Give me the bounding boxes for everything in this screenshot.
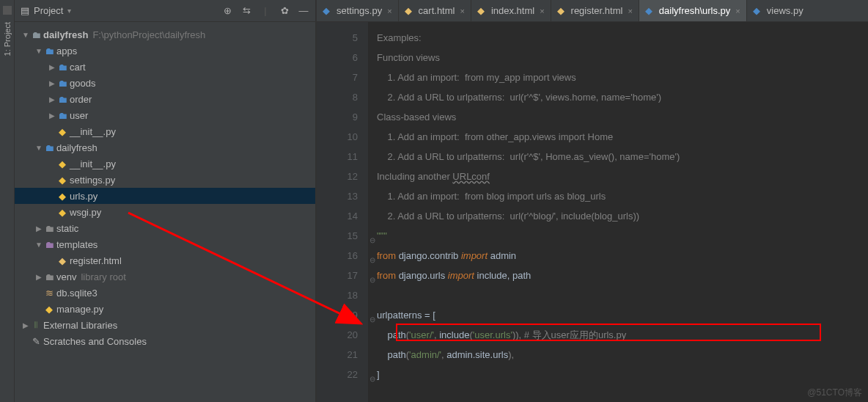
editor-tabs: ◆settings.py×◆cart.html×◆index.html×◆reg… xyxy=(317,0,868,22)
code-line[interactable]: Including another URLconf xyxy=(377,167,868,186)
sidebar-title: Project xyxy=(34,5,63,16)
editor-tab[interactable]: ◆settings.py× xyxy=(317,0,399,21)
tree-item[interactable]: ▼🖿templates xyxy=(15,236,315,252)
tab-close-icon[interactable]: × xyxy=(387,7,391,15)
tree-item[interactable]: ◆register.html xyxy=(15,252,315,268)
project-tool-button[interactable]: 1: Project xyxy=(3,22,12,56)
code-line[interactable]: 2. Add a URL to urlpatterns: url(r'^$', … xyxy=(377,147,868,167)
tree-item[interactable]: ▶🖿venvlibrary root xyxy=(15,268,315,285)
sidebar-header: ▤ Project ▾ ⊕ ⇆ | ✿ — xyxy=(15,0,315,22)
code-line[interactable]: 2. Add a URL to urlpatterns: url(r'^$', … xyxy=(377,87,868,107)
code-lines[interactable]: Examples:Function views 1. Add an import… xyxy=(368,22,868,402)
watermark: @51CTO博客 xyxy=(807,387,862,399)
tab-close-icon[interactable]: × xyxy=(628,7,632,15)
tree-item[interactable]: ◆manage.py xyxy=(15,301,315,317)
code-line[interactable]: ⊖from django.urls import include, path xyxy=(377,266,868,285)
tool-icon[interactable] xyxy=(3,6,12,15)
tree-item[interactable]: ▶🖿order xyxy=(15,91,315,107)
hide-icon[interactable]: — xyxy=(298,5,309,17)
tree-item[interactable]: ◆__init__.py xyxy=(15,156,315,172)
tab-close-icon[interactable]: × xyxy=(540,7,544,15)
code-line[interactable]: ⊖from django.contrib import admin xyxy=(377,246,868,266)
editor-tab[interactable]: ◆index.html× xyxy=(471,0,551,21)
tree-item[interactable]: ▶🖿static xyxy=(15,220,315,236)
editor-tab[interactable]: ◆views.py xyxy=(747,0,809,21)
tree-item[interactable]: ≋db.sqlite3 xyxy=(15,285,315,301)
tree-item[interactable]: ▶🖿goods xyxy=(15,75,315,91)
dropdown-icon[interactable]: ▾ xyxy=(67,7,71,15)
code-line[interactable]: ⊖] xyxy=(377,365,868,384)
project-tree[interactable]: ▼🖿dailyfreshF:\pythonProject\dailyfresh▼… xyxy=(15,22,315,402)
tree-item[interactable]: ▼🖿dailyfreshF:\pythonProject\dailyfresh xyxy=(15,26,315,43)
tree-item[interactable]: ▶⫴External Libraries xyxy=(15,317,315,333)
code-line[interactable]: path('admin/', admin.site.urls), xyxy=(377,345,868,365)
tree-item[interactable]: ◆__init__.py xyxy=(15,123,315,139)
code-editor[interactable]: 5678910111213141516171819202122 Examples… xyxy=(317,22,868,402)
tree-item[interactable]: ▶🖿cart xyxy=(15,59,315,75)
code-line[interactable]: Function views xyxy=(377,48,868,67)
editor-tab[interactable]: ◆dailyfresh\urls.py× xyxy=(639,0,747,21)
tool-window-bar: 1: Project xyxy=(0,0,15,402)
code-line[interactable]: 2. Add a URL to urlpatterns: url(r'^blog… xyxy=(377,206,868,226)
collapse-icon[interactable]: ⇆ xyxy=(240,5,252,17)
tab-close-icon[interactable]: × xyxy=(735,7,740,15)
code-line[interactable] xyxy=(377,285,868,305)
code-line[interactable]: 1. Add an import: from other_app.views i… xyxy=(377,127,868,147)
project-icon: ▤ xyxy=(21,5,29,16)
locate-icon[interactable]: ⊕ xyxy=(221,5,233,17)
editor-area: ◆settings.py×◆cart.html×◆index.html×◆reg… xyxy=(317,0,868,402)
project-sidebar: ▤ Project ▾ ⊕ ⇆ | ✿ — ▼🖿dailyfreshF:\pyt… xyxy=(15,0,315,402)
tree-item[interactable]: ◆wsgi.py xyxy=(15,204,315,220)
settings-icon[interactable]: ✿ xyxy=(279,5,290,17)
editor-tab[interactable]: ◆cart.html× xyxy=(399,0,471,21)
tab-close-icon[interactable]: × xyxy=(460,7,464,15)
code-line[interactable]: Class-based views xyxy=(377,107,868,127)
code-line[interactable]: Examples: xyxy=(377,28,868,48)
code-line[interactable]: ⊖""" xyxy=(377,226,868,246)
tree-item[interactable]: ▶🖿user xyxy=(15,107,315,123)
line-gutter: 5678910111213141516171819202122 xyxy=(317,22,368,402)
code-line[interactable]: 1. Add an import: from blog import urls … xyxy=(377,186,868,206)
tree-item[interactable]: ▼🖿dailyfresh xyxy=(15,139,315,156)
code-line[interactable]: path('user/', include('user.urls')), # 导… xyxy=(377,325,868,345)
editor-tab[interactable]: ◆register.html× xyxy=(551,0,639,21)
code-line[interactable]: ⊖urlpatterns = [ xyxy=(377,305,868,325)
code-line[interactable]: 1. Add an import: from my_app import vie… xyxy=(377,67,868,87)
tree-item[interactable]: ◆urls.py xyxy=(15,188,315,204)
tree-item[interactable]: ▼🖿apps xyxy=(15,43,315,59)
tree-item[interactable]: ✎Scratches and Consoles xyxy=(15,333,315,349)
divider-icon: | xyxy=(260,5,271,17)
tree-item[interactable]: ◆settings.py xyxy=(15,172,315,188)
